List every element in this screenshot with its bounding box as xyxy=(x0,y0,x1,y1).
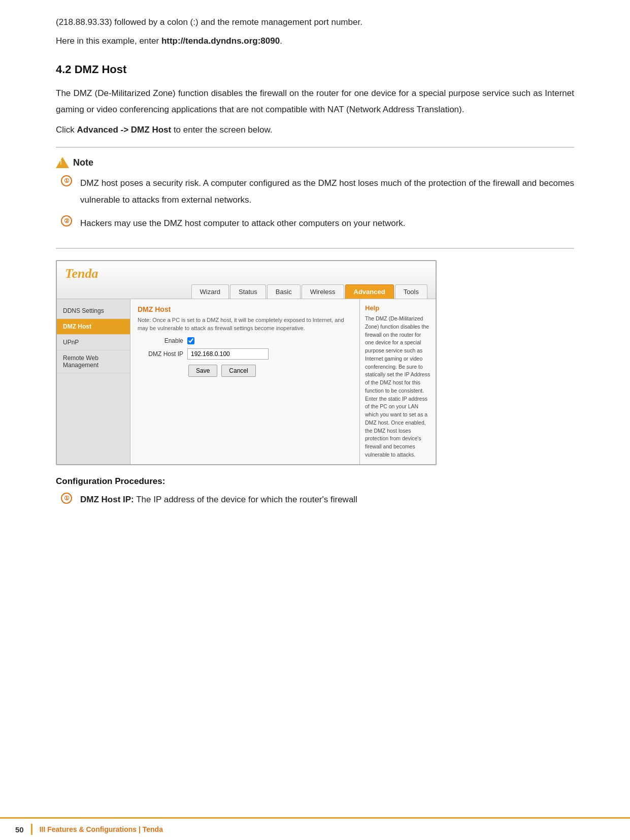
note-header: Note xyxy=(56,157,574,168)
sidebar-item-remote-web[interactable]: Remote Web Management xyxy=(57,350,130,373)
tab-wizard[interactable]: Wizard xyxy=(191,284,229,299)
config-num-1: ① xyxy=(61,493,72,504)
intro-line2: Here in this example, enter http://tenda… xyxy=(56,34,574,49)
router-help-panel: Help The DMZ (De-Militarized Zone) funct… xyxy=(359,299,436,464)
dmz-host-ip-input[interactable] xyxy=(187,348,269,360)
intro-line2-bold: http://tenda.dyndns.org:8090 xyxy=(161,36,280,46)
section-heading: 4.2 DMZ Host xyxy=(56,63,574,76)
dmz-button-row: Save Cancel xyxy=(138,365,352,377)
intro-line2-post: . xyxy=(280,36,282,46)
dmz-enable-checkbox[interactable] xyxy=(187,337,194,344)
router-header: Tenda Wizard Status Basic Wireless Advan… xyxy=(57,261,436,299)
note-item-2-text: Hackers may use the DMZ host computer to… xyxy=(80,215,406,232)
warning-triangle-icon xyxy=(56,157,69,168)
config-item-1-rest: The IP address of the device for which t… xyxy=(134,495,357,504)
dmz-title: DMZ Host xyxy=(138,305,352,313)
note-num-2: ② xyxy=(61,215,72,227)
click-bold: Advanced -> DMZ Host xyxy=(77,125,172,135)
page-footer: 50 III Features & Configurations | Tenda xyxy=(0,817,630,840)
tab-status[interactable]: Status xyxy=(230,284,266,299)
click-post: to enter the screen below. xyxy=(171,125,272,135)
config-item-1-text: DMZ Host IP: The IP address of the devic… xyxy=(80,493,357,507)
note-item-1: ① DMZ host poses a security risk. A comp… xyxy=(56,175,574,208)
help-text: The DMZ (De-Militarized Zone) function d… xyxy=(365,315,430,459)
tab-wireless[interactable]: Wireless xyxy=(302,284,344,299)
dmz-warning-note: Note: Once a PC is set to a DMZ host, it… xyxy=(138,316,352,332)
note-item-2: ② Hackers may use the DMZ host computer … xyxy=(56,215,574,232)
click-instruction: Click Advanced -> DMZ Host to enter the … xyxy=(56,123,574,138)
tab-tools[interactable]: Tools xyxy=(395,284,427,299)
dmz-cancel-button[interactable]: Cancel xyxy=(221,365,255,377)
click-pre: Click xyxy=(56,125,77,135)
router-body: DDNS Settings DMZ Host UPnP Remote Web M… xyxy=(57,299,436,464)
dmz-host-ip-label: DMZ Host IP xyxy=(138,350,183,358)
config-heading: Configuration Procedures: xyxy=(56,476,574,487)
footer-text: III Features & Configurations | Tenda xyxy=(40,825,163,833)
note-label: Note xyxy=(73,157,93,168)
section-body: The DMZ (De-Militarized Zone) function d… xyxy=(56,85,574,118)
note-num-1: ① xyxy=(61,175,72,186)
sidebar-item-upnp[interactable]: UPnP xyxy=(57,335,130,350)
dmz-host-ip-row: DMZ Host IP xyxy=(138,348,352,360)
intro-line1: (218.88.93.33) followed by a colon (:) a… xyxy=(56,15,574,30)
tab-advanced[interactable]: Advanced xyxy=(345,284,394,299)
router-main-content: DMZ Host Note: Once a PC is set to a DMZ… xyxy=(130,299,359,464)
intro-line2-pre: Here in this example, enter xyxy=(56,36,161,46)
router-ui-screenshot: Tenda Wizard Status Basic Wireless Advan… xyxy=(56,260,437,465)
router-nav: Wizard Status Basic Wireless Advanced To… xyxy=(65,284,427,299)
dmz-enable-row: Enable xyxy=(138,337,352,344)
note-item-1-text: DMZ host poses a security risk. A comput… xyxy=(80,175,574,208)
dmz-enable-label: Enable xyxy=(138,337,183,344)
footer-separator xyxy=(31,824,32,835)
help-title: Help xyxy=(365,304,430,312)
dmz-save-button[interactable]: Save xyxy=(188,365,217,377)
sidebar-item-dmz[interactable]: DMZ Host xyxy=(57,319,130,335)
sidebar-item-ddns[interactable]: DDNS Settings xyxy=(57,303,130,319)
tab-basic[interactable]: Basic xyxy=(267,284,301,299)
note-box: Note ① DMZ host poses a security risk. A… xyxy=(56,147,574,249)
router-logo: Tenda xyxy=(65,266,98,281)
router-sidebar: DDNS Settings DMZ Host UPnP Remote Web M… xyxy=(57,299,130,464)
config-item-1: ① DMZ Host IP: The IP address of the dev… xyxy=(56,493,574,507)
config-item-1-bold: DMZ Host IP: xyxy=(80,495,134,504)
footer-page-number: 50 xyxy=(15,825,24,834)
